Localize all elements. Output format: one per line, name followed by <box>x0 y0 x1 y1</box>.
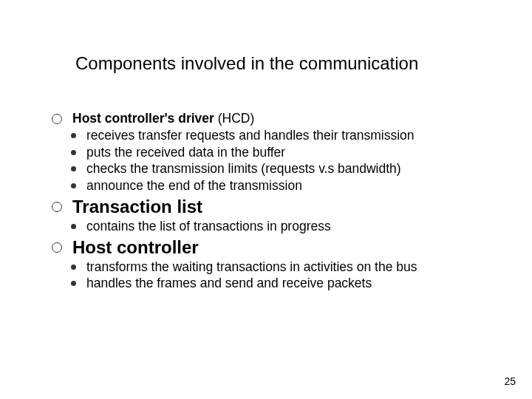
sub-item-text: puts the received data in the buffer <box>86 144 285 161</box>
sub-item-text: receives transfer requests and handles t… <box>86 127 415 144</box>
list-item: Host controller <box>52 236 495 259</box>
dot-bullet-icon <box>71 281 76 286</box>
dot-bullet-icon <box>71 133 76 138</box>
list-item-text: Host controller <box>72 236 199 259</box>
slide-content: Host controller's driver (HCD) receives … <box>52 111 495 292</box>
sub-item: checks the transmission limits (requests… <box>71 160 495 177</box>
dot-bullet-icon <box>71 224 76 229</box>
slide-title: Components involved in the communication <box>75 53 418 74</box>
sub-item: announce the end of the transmission <box>71 177 495 194</box>
sub-item-text: checks the transmission limits (requests… <box>86 160 401 177</box>
sub-item: transforms the waiting transactions in a… <box>71 259 495 276</box>
circle-bullet-icon <box>52 114 62 124</box>
sub-item-text: transforms the waiting transactions in a… <box>86 259 417 276</box>
list-item-text: Transaction list <box>72 196 202 218</box>
sub-item-text: contains the list of transactions in pro… <box>86 218 331 235</box>
sub-item: handles the frames and send and receive … <box>71 275 495 292</box>
list-item: Host controller's driver (HCD) <box>52 111 495 127</box>
sub-item-text: announce the end of the transmission <box>86 177 302 194</box>
circle-bullet-icon <box>52 202 62 212</box>
dot-bullet-icon <box>71 183 76 188</box>
circle-bullet-icon <box>52 242 62 253</box>
sub-item-text: handles the frames and send and receive … <box>86 275 372 292</box>
sub-item: contains the list of transactions in pro… <box>71 218 495 235</box>
dot-bullet-icon <box>71 166 76 171</box>
dot-bullet-icon <box>71 150 76 155</box>
list-item: Transaction list <box>52 196 495 218</box>
sub-item: puts the received data in the buffer <box>71 144 495 161</box>
page-number: 25 <box>504 375 516 387</box>
list-item-text: Host controller's driver (HCD) <box>72 111 254 127</box>
sub-item: receives transfer requests and handles t… <box>71 127 495 144</box>
dot-bullet-icon <box>71 265 76 270</box>
